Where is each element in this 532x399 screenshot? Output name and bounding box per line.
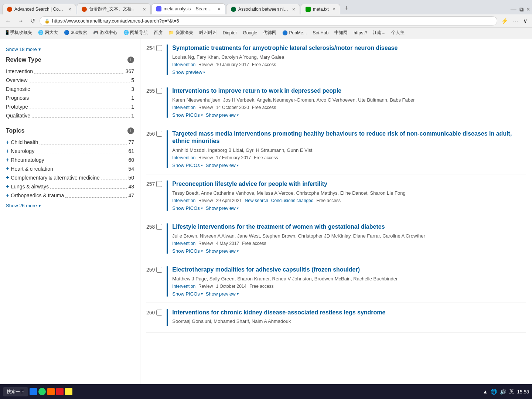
result-256-divider	[167, 130, 168, 168]
url-text[interactable]: https://www.cochranelibrary.com/advanced…	[52, 18, 492, 24]
bookmark-diopter[interactable]: Diopter	[221, 30, 239, 36]
back-button[interactable]: ←	[3, 16, 13, 26]
tab-2[interactable]: 台语翻译_文本、文档、网页... ×	[77, 3, 151, 14]
topic-child-health[interactable]: + Child health 77	[6, 138, 134, 147]
bookmark-jiaojiaojiajiao[interactable]: 叫叫叫叫	[198, 29, 218, 37]
new-tab-button[interactable]: +	[341, 2, 352, 14]
address-bar[interactable]: 🔒 https://www.cochranelibrary.com/advanc…	[40, 16, 497, 25]
more-icon[interactable]: ⋯	[511, 17, 520, 25]
bookmark-pubmed[interactable]: 🔵 PubMe...	[281, 30, 308, 36]
result-257-title[interactable]: Preconception lifestyle advice for peopl…	[172, 180, 526, 188]
result-258-actions: Show PICOs ▾ Show preview ▾	[172, 248, 526, 254]
result-259-actions: Show PICOs ▾ Show preview ▾	[172, 291, 526, 297]
plus-icon-heart[interactable]: +	[6, 166, 9, 172]
result-258-title[interactable]: Lifestyle interventions for the treatmen…	[172, 223, 526, 231]
result-259-title[interactable]: Electrotherapy modalities for adhesive c…	[172, 266, 526, 274]
result-257-checkbox[interactable]	[156, 181, 162, 187]
tab-1-close[interactable]: ×	[68, 6, 71, 12]
tab-4[interactable]: Association between nitr... ×	[226, 4, 300, 14]
filter-prototype[interactable]: Prototype 1	[6, 102, 134, 111]
plus-icon-orthopaedics[interactable]: +	[6, 192, 9, 199]
result-257-show-preview[interactable]: Show preview ▾	[206, 205, 239, 211]
result-259-num-text: 259	[146, 267, 155, 273]
tab-3-close[interactable]: ×	[218, 6, 221, 12]
result-259-date: 1 October 2014	[216, 284, 246, 289]
forward-button[interactable]: →	[16, 16, 26, 26]
filter-qualitative[interactable]: Qualitative 1	[6, 111, 134, 120]
filter-prognosis[interactable]: Prognosis 1	[6, 93, 134, 102]
show-26-more[interactable]: Show 26 more ▾	[6, 203, 134, 208]
bookmark-google[interactable]: Google	[241, 30, 259, 36]
lightning-icon[interactable]: ⚡	[499, 17, 510, 25]
result-255-show-preview[interactable]: Show preview ▾	[206, 112, 239, 118]
result-257-date: 29 April 2021	[216, 198, 242, 203]
tab-3[interactable]: meta analysis – Search Re... ×	[151, 3, 225, 14]
bookmark-wangda[interactable]: 🌐 网大大	[37, 29, 59, 37]
result-258-date: 4 May 2017	[216, 241, 239, 246]
bookmark-360[interactable]: 🔵 360搜索	[62, 29, 88, 37]
tab-1[interactable]: Advanced Search | Cochr... ×	[2, 4, 76, 14]
tab-2-close[interactable]: ×	[143, 6, 146, 12]
result-260-checkbox[interactable]	[156, 310, 162, 316]
tab-5-close[interactable]: ×	[332, 6, 335, 12]
result-254-checkbox[interactable]	[156, 45, 162, 51]
restore-icon[interactable]: ⧉	[519, 6, 524, 13]
plus-icon-lungs[interactable]: +	[6, 183, 9, 190]
result-258-show-picos[interactable]: Show PICOs ▾	[172, 248, 202, 254]
result-255-checkbox[interactable]	[156, 88, 162, 94]
filter-overview[interactable]: Overview 5	[6, 76, 134, 85]
result-260-title[interactable]: Interventions for chronic kidney disease…	[172, 309, 526, 317]
reload-button[interactable]: ↺	[28, 16, 37, 26]
topic-heart-circulation[interactable]: + Heart & circulation 54	[6, 164, 134, 173]
bookmark-resources[interactable]: 📁 资源渔夫	[167, 29, 194, 37]
filter-intervention[interactable]: Intervention 367	[6, 67, 134, 76]
topic-lungs[interactable]: + Lungs & airways 48	[6, 182, 134, 191]
bookmark-jiangnan[interactable]: 江南...	[371, 29, 387, 37]
bookmark-scihub[interactable]: Sci-Hub	[311, 30, 330, 36]
result-256-title[interactable]: Targeted mass media interventions promot…	[172, 130, 526, 146]
result-258-show-preview[interactable]: Show preview ▾	[206, 248, 239, 254]
result-254-show-preview[interactable]: Show preview ▾	[172, 69, 205, 75]
bookmark-cnki[interactable]: 中知网	[333, 29, 349, 37]
topic-rheumatology-dots	[46, 158, 127, 162]
filter-diagnostic[interactable]: Diagnostic 3	[6, 85, 134, 93]
tab-4-label: Association between nitr...	[238, 7, 289, 12]
result-256-show-picos[interactable]: Show PICOs ▾	[172, 163, 202, 168]
result-259-checkbox[interactable]	[156, 267, 162, 273]
bookmark-phone[interactable]: 📱手机收藏夹	[3, 29, 34, 37]
result-258-checkbox[interactable]	[156, 224, 162, 230]
show-26-more-label: Show 26 more	[6, 203, 37, 208]
bookmark-nav[interactable]: 🌐 网址导航	[122, 29, 149, 37]
bookmark-https[interactable]: https://	[352, 30, 368, 36]
result-255-show-picos[interactable]: Show PICOs ▾	[172, 112, 202, 118]
tab-5[interactable]: meta.txt ×	[301, 4, 340, 14]
show-18-more[interactable]: Show 18 more ▾	[6, 47, 134, 52]
topic-orthopaedics[interactable]: + Orthopaedics & trauma 47	[6, 191, 134, 200]
topic-rheumatology[interactable]: + Rheumatology 60	[6, 156, 134, 164]
result-255-title[interactable]: Interventions to improve return to work …	[172, 87, 526, 95]
plus-icon-child-health[interactable]: +	[6, 139, 9, 146]
topic-neurology[interactable]: + Neurology 61	[6, 147, 134, 156]
minimize-icon[interactable]: —	[511, 6, 516, 13]
tab-4-close[interactable]: ×	[292, 6, 295, 12]
result-254-title[interactable]: Symptomatic treatments for amyotrophic l…	[172, 44, 526, 52]
close-window-icon[interactable]: ×	[526, 6, 530, 13]
bookmark-baidu[interactable]: 百度	[152, 29, 164, 37]
topic-neurology-label: Neurology	[11, 148, 34, 154]
bookmark-games[interactable]: 🎮 游戏中心	[92, 29, 119, 37]
plus-icon-complementary[interactable]: +	[6, 174, 9, 181]
expand-icon[interactable]: ∨	[522, 17, 529, 25]
result-256-show-preview[interactable]: Show preview ▾	[206, 163, 239, 168]
result-259-show-picos[interactable]: Show PICOs ▾	[172, 291, 202, 297]
topics-info-icon[interactable]: i	[127, 127, 134, 134]
topic-complementary[interactable]: + Complementary & alternative medicine 5…	[6, 173, 134, 182]
review-type-info-icon[interactable]: i	[127, 57, 134, 63]
plus-icon-neurology[interactable]: +	[6, 148, 9, 154]
plus-icon-rheumatology[interactable]: +	[6, 157, 9, 163]
result-259-show-preview[interactable]: Show preview ▾	[206, 291, 239, 297]
result-256-checkbox[interactable]	[156, 131, 162, 137]
bookmark-personal[interactable]: 个人主	[390, 29, 406, 37]
bookmark-youde[interactable]: 优德网	[262, 29, 278, 37]
tab-bar: Advanced Search | Cochr... × 台语翻译_文本、文档、…	[0, 0, 532, 14]
result-257-show-picos[interactable]: Show PICOs ▾	[172, 205, 202, 211]
